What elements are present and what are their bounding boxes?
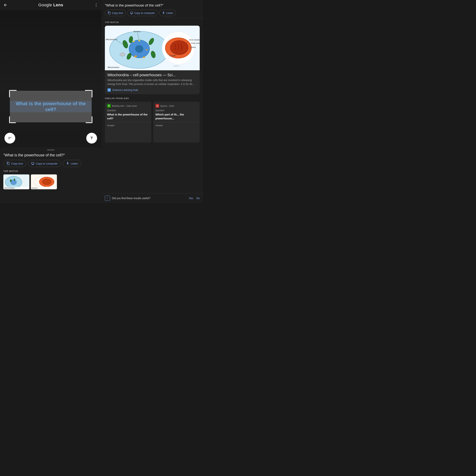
- right-content: TOP MATCH: [102, 18, 203, 193]
- cell-diagram: Mitochondrion Nucleus Mitochondrion: [105, 26, 200, 70]
- source-row: S Science Learning Hub: [105, 88, 200, 94]
- svg-text:zoom in: zoom in: [173, 65, 180, 67]
- svg-point-23: [120, 53, 125, 56]
- feedback-text: Did you find these results useful?: [112, 197, 185, 200]
- svg-point-22: [146, 49, 148, 51]
- right-header: "What is the powerhouse of the cell?" Co…: [102, 0, 203, 18]
- svg-text:Mitochondrion: Mitochondrion: [106, 38, 118, 41]
- svg-text:Outer membrane: Outer membrane: [191, 42, 200, 44]
- similar-problems-label: SIMILAR PROBLEMS: [105, 97, 200, 100]
- thumb-label-2: Nucleus: [31, 187, 57, 189]
- thumbnail-2[interactable]: Nucleus: [31, 174, 57, 189]
- card-1-question: What is the powerhouse of the cell?: [107, 113, 149, 120]
- right-panel: "What is the powerhouse of the cell?" Co…: [102, 0, 203, 203]
- source-name: Science Learning Hub: [112, 88, 138, 91]
- card-2-question: Which part of th... the powerhouse...: [155, 113, 197, 120]
- copy-computer-button[interactable]: Copy to computer: [28, 160, 61, 167]
- back-button[interactable]: [3, 3, 7, 7]
- svg-point-12: [135, 45, 143, 53]
- left-panel: Google Lens ⋮ What is the powerhouse of …: [0, 0, 102, 203]
- listen-button[interactable]: Listen: [63, 160, 81, 167]
- drag-handle[interactable]: [47, 150, 54, 151]
- svg-text:Mitochondrion: Mitochondrion: [108, 66, 119, 68]
- svg-point-3: [10, 179, 12, 182]
- similar-card-2[interactable]: Q Quora · User Question Which part of th…: [153, 102, 200, 143]
- similar-card-1[interactable]: B Brainly.com · User post Question What …: [105, 102, 151, 143]
- filter-button[interactable]: [4, 133, 15, 144]
- card-1-source: Brainly.com · User post: [112, 104, 137, 107]
- svg-point-18: [134, 55, 137, 57]
- card-1-label: Question: [107, 109, 149, 112]
- quora-icon: Q: [155, 104, 159, 108]
- card-1-divider: [107, 122, 149, 122]
- svg-point-19: [143, 56, 145, 58]
- card-1-answer-label: Answer: [107, 124, 149, 127]
- feedback-yes-button[interactable]: Yes: [189, 197, 193, 200]
- corner-br-icon: [86, 116, 92, 123]
- svg-text:Inner membrane: Inner membrane: [189, 39, 200, 41]
- card-1-source-row: B Brainly.com · User post: [107, 104, 149, 108]
- match-title: Mitochondria – cell powerhouses — Sci...: [105, 70, 200, 78]
- feedback-bar: ! Did you find these results useful? Yes…: [102, 193, 203, 203]
- feedback-icon: !: [105, 196, 110, 201]
- match-description: Mitochondria are tiny organelles inside …: [105, 78, 200, 88]
- svg-text:Cristae: Cristae: [170, 55, 175, 57]
- similar-cards: B Brainly.com · User post Question What …: [105, 102, 200, 143]
- right-actions: Copy text Copy to computer Listen: [105, 10, 200, 16]
- right-query-text: "What is the powerhouse of the cell?": [105, 3, 200, 7]
- right-copy-computer-button[interactable]: Copy to computer: [127, 10, 158, 16]
- card-2-source-row: Q Quora · User: [155, 104, 197, 108]
- right-listen-button[interactable]: Listen: [159, 10, 176, 16]
- action-buttons: Copy text Copy to computer Listen: [3, 160, 98, 167]
- more-button[interactable]: ⋮: [94, 3, 98, 7]
- svg-point-4: [14, 178, 15, 181]
- scan-box: What is the powerhouse of the cell?: [10, 91, 92, 122]
- text-mode-button[interactable]: [86, 133, 97, 144]
- thumb-label-1: Mitochondrion: [3, 187, 29, 189]
- scanned-text: What is the powerhouse of the cell?: [10, 101, 92, 112]
- brainly-icon: B: [107, 104, 111, 108]
- thumbnail-row: Mitochondrion Nucleus: [3, 174, 98, 189]
- top-match-card[interactable]: Mitochondrion Nucleus Mitochondrion: [105, 26, 200, 94]
- svg-point-31: [170, 41, 188, 55]
- thumbnail-1[interactable]: Mitochondrion: [3, 174, 29, 189]
- svg-text:Nucleus: Nucleus: [134, 31, 140, 33]
- svg-point-20: [133, 41, 135, 42]
- svg-point-8: [42, 179, 51, 185]
- query-text: "What is the powerhouse of the cell?": [3, 153, 98, 157]
- svg-text:Matrix: Matrix: [191, 46, 196, 48]
- feedback-no-button[interactable]: No: [196, 197, 200, 200]
- section-label-top-match: TOP MATCH: [3, 170, 98, 172]
- card-2-label: Question: [155, 109, 197, 112]
- bottom-sheet: "What is the powerhouse of the cell?" Co…: [0, 147, 102, 203]
- similar-section: SIMILAR PROBLEMS B Brainly.com · User po…: [105, 97, 200, 143]
- card-2-answer-label: Answer: [155, 124, 197, 127]
- right-top-match-label: TOP MATCH: [105, 21, 200, 23]
- card-2-divider: [155, 122, 197, 122]
- app-title: Google Lens: [38, 3, 63, 7]
- source-icon: S: [107, 88, 111, 92]
- card-2-source: Quora · User: [160, 104, 174, 107]
- corner-bl-icon: [9, 116, 16, 123]
- right-copy-text-button[interactable]: Copy text: [105, 10, 126, 16]
- copy-text-button[interactable]: Copy text: [3, 160, 26, 167]
- left-header: Google Lens ⋮: [0, 0, 102, 10]
- bottom-controls: [0, 133, 102, 144]
